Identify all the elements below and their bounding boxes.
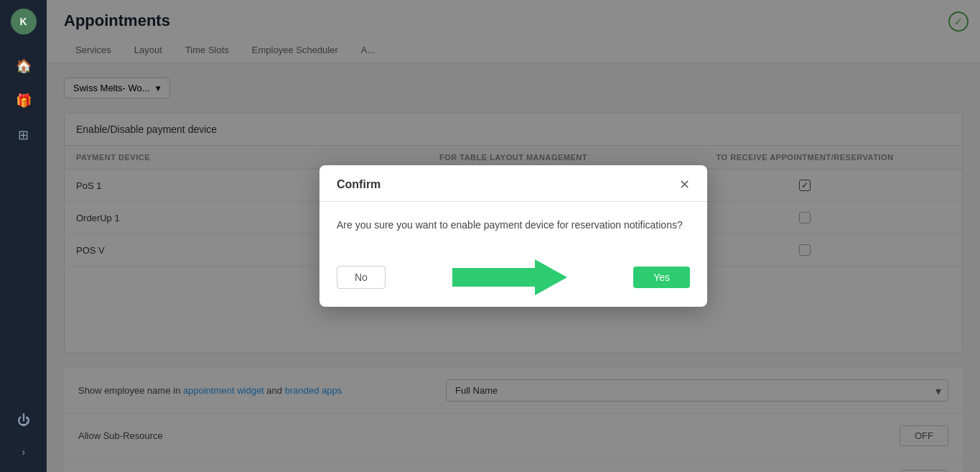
avatar[interactable]: K xyxy=(11,9,37,34)
svg-marker-0 xyxy=(452,259,567,295)
modal-title: Confirm xyxy=(337,178,381,191)
modal-no-button[interactable]: No xyxy=(337,266,386,289)
modal-header: Confirm ✕ xyxy=(319,165,707,202)
sidebar-expand-chevron[interactable]: › xyxy=(16,440,31,463)
modal-message: Are you sure you want to enable payment … xyxy=(337,219,690,231)
modal-overlay: Confirm ✕ Are you sure you want to enabl… xyxy=(47,0,980,472)
sidebar-item-power[interactable]: ⏻ xyxy=(9,406,38,435)
modal-body: Are you sure you want to enable payment … xyxy=(319,202,707,248)
sidebar-item-home[interactable]: 🏠 xyxy=(9,52,38,80)
sidebar: K 🏠 🎁 ⊞ ⏻ › xyxy=(0,0,47,472)
confirm-modal: Confirm ✕ Are you sure you want to enabl… xyxy=(319,165,707,307)
main-content: Appointments Services Layout Time Slots … xyxy=(47,0,980,472)
sidebar-item-gift[interactable]: 🎁 xyxy=(9,86,38,115)
arrow-icon xyxy=(452,259,567,295)
modal-arrow-indicator xyxy=(452,259,567,295)
modal-footer: No Yes xyxy=(319,248,707,307)
sidebar-item-grid[interactable]: ⊞ xyxy=(9,121,38,149)
modal-close-button[interactable]: ✕ xyxy=(679,178,690,191)
modal-yes-button[interactable]: Yes xyxy=(633,267,690,288)
